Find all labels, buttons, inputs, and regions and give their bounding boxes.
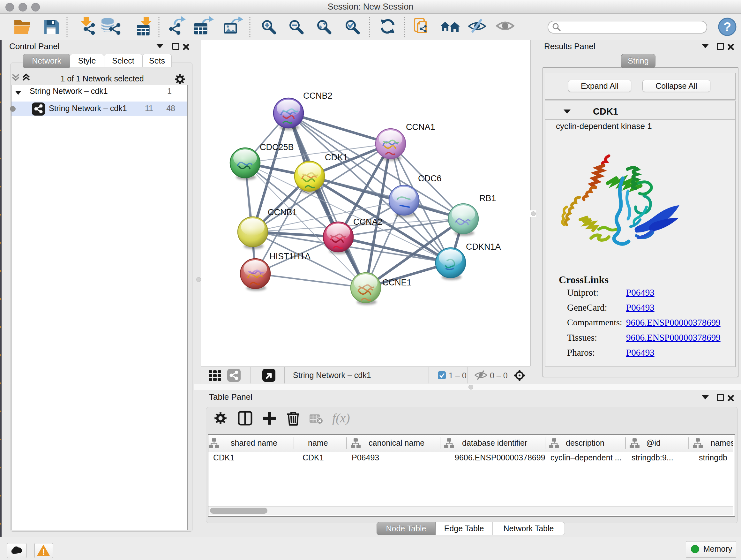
svg-text:@id: @id	[646, 438, 661, 447]
svg-text:?: ?	[724, 20, 731, 34]
svg-text:CDC25B: CDC25B	[260, 142, 294, 152]
svg-text:CCNB2: CCNB2	[303, 91, 333, 101]
svg-text:CDK1: CDK1	[325, 152, 348, 162]
svg-text:CCNE1: CCNE1	[382, 278, 412, 287]
svg-text:CDC6: CDC6	[418, 174, 442, 183]
svg-text:canonical name: canonical name	[368, 438, 424, 447]
svg-text:name: name	[308, 438, 328, 447]
svg-text:database identifier: database identifier	[462, 438, 527, 447]
svg-text:CCNA2: CCNA2	[353, 217, 383, 227]
svg-text:description: description	[566, 438, 604, 447]
svg-text:CDKN1A: CDKN1A	[466, 242, 501, 252]
svg-text:CCNA1: CCNA1	[406, 122, 435, 132]
svg-text:namespac: namespac	[711, 438, 733, 447]
svg-text:CCNB1: CCNB1	[268, 207, 297, 217]
svg-text:HIST1H1A: HIST1H1A	[269, 252, 311, 261]
svg-text:RB1: RB1	[479, 193, 496, 203]
svg-text:shared name: shared name	[231, 438, 277, 447]
